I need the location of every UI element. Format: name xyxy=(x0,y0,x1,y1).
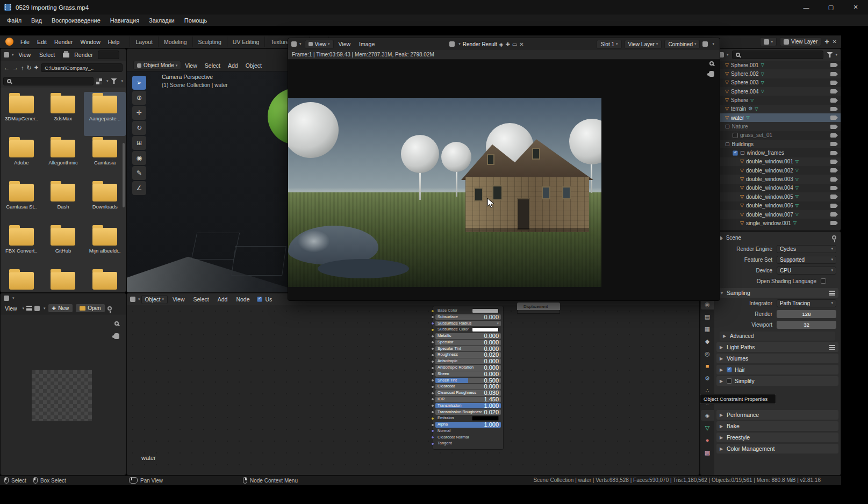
new-folder-icon[interactable]: ✚ xyxy=(34,65,39,70)
outliner-row[interactable]: ▢Nature xyxy=(715,122,841,131)
menu-playback[interactable]: Воспроизведение xyxy=(47,17,105,24)
camera-visibility-icon[interactable] xyxy=(830,160,836,164)
node-input-row[interactable]: Specular Tint0.000 xyxy=(435,346,501,352)
output-properties-tab[interactable]: ▤ xyxy=(701,311,714,322)
folder-item[interactable] xyxy=(42,268,84,293)
tab-layout[interactable]: Layout xyxy=(130,37,159,47)
volumes-panel-header[interactable]: ▶Volumes xyxy=(716,354,838,363)
folder-item[interactable]: Camtasia St.. xyxy=(1,180,42,224)
folder-item[interactable]: Mijn afbeeldi.. xyxy=(84,224,126,268)
scale-tool-button[interactable]: ⊞ xyxy=(132,136,146,150)
pan-icon[interactable] xyxy=(114,333,119,339)
material-properties-tab[interactable]: ● xyxy=(701,435,714,445)
editor-type-icon[interactable] xyxy=(130,297,135,302)
fb-render-label[interactable]: Render xyxy=(70,52,96,58)
outliner-row[interactable]: ▽Sphere.003▽ xyxy=(715,78,841,87)
ne-view-menu[interactable]: View xyxy=(169,296,189,303)
search-input[interactable] xyxy=(3,77,94,85)
scene-properties-tab[interactable]: ◆ xyxy=(701,336,714,347)
shader-type-dropdown[interactable]: Object▾ xyxy=(141,295,168,304)
image-browse-icon[interactable] xyxy=(449,41,455,47)
close-button[interactable]: ✕ xyxy=(843,0,868,15)
folder-item[interactable]: Allegorithmic xyxy=(42,136,84,180)
topbar-window[interactable]: Window xyxy=(76,39,104,45)
node-input-row[interactable]: Sheen0.000 xyxy=(435,371,501,377)
node-input-row[interactable]: Normal xyxy=(435,428,501,434)
folder-item[interactable]: 3DMapGener.. xyxy=(1,92,42,136)
menu-icon[interactable] xyxy=(26,306,32,311)
osl-checkbox[interactable] xyxy=(821,278,826,284)
simplify-panel-header[interactable]: ▶Simplify xyxy=(716,376,838,386)
open-image-button[interactable]: Open xyxy=(75,304,105,313)
tab-uv-editing[interactable]: UV Editing xyxy=(227,37,266,47)
camera-visibility-icon[interactable] xyxy=(830,81,836,85)
fb-extra-field[interactable] xyxy=(98,51,119,59)
outliner-filter-icon[interactable] xyxy=(827,52,833,57)
open-image-icon[interactable]: ▭ xyxy=(512,41,517,47)
color-management-panel-header[interactable]: ▶Color Management xyxy=(716,444,838,453)
camera-visibility-icon[interactable] xyxy=(830,204,836,208)
tab-modeling[interactable]: Modeling xyxy=(159,37,193,47)
topbar-render[interactable]: Render xyxy=(51,39,76,45)
integrator-dropdown[interactable]: Path Tracing▾ xyxy=(777,299,836,307)
blender-logo-icon[interactable] xyxy=(5,38,13,46)
editor-type-icon[interactable] xyxy=(291,41,297,47)
menu-view[interactable]: Вид xyxy=(26,17,47,24)
principled-bsdf-node[interactable]: Base Color Subsurface0.000 Subsurface Ra… xyxy=(433,306,504,450)
pin-image-icon[interactable] xyxy=(702,41,708,47)
node-input-row[interactable]: Clearcoat0.000 xyxy=(435,384,501,390)
ne-select-menu[interactable]: Select xyxy=(190,296,213,303)
filter-icon[interactable] xyxy=(111,78,117,84)
constraint-properties-tab[interactable]: ◈ xyxy=(701,410,714,421)
camera-visibility-icon[interactable] xyxy=(830,186,836,190)
topbar-help[interactable]: Help xyxy=(104,39,124,45)
outliner-row[interactable]: ▽Sphere.001▽ xyxy=(715,61,841,69)
camera-visibility-icon[interactable] xyxy=(830,116,836,120)
folder-item[interactable]: 3dsMax xyxy=(42,92,84,136)
editor-type-icon[interactable] xyxy=(4,52,9,57)
ne-add-menu[interactable]: Add xyxy=(214,296,232,303)
camera-visibility-icon[interactable] xyxy=(830,142,836,146)
folder-item[interactable] xyxy=(84,268,126,293)
remove-layer-icon[interactable]: ✕ xyxy=(833,39,837,45)
performance-panel-header[interactable]: ▶Performance xyxy=(716,410,838,420)
outliner-row[interactable]: ▽double_window.001▽ xyxy=(715,157,841,166)
panel-menu-icon[interactable] xyxy=(829,345,835,350)
camera-visibility-icon[interactable] xyxy=(830,151,836,155)
zoom-icon[interactable] xyxy=(114,321,119,326)
device-dropdown[interactable]: CPU▾ xyxy=(777,267,836,275)
light-paths-panel-header[interactable]: ▶Light Paths xyxy=(716,342,838,352)
outliner-row[interactable]: ▽single_window.001▽ xyxy=(715,219,841,227)
world-properties-tab[interactable]: ◎ xyxy=(701,348,714,359)
outliner-row[interactable]: ▢Buildings xyxy=(715,140,841,148)
topbar-edit[interactable]: Edit xyxy=(33,39,51,45)
color-swatch[interactable] xyxy=(472,308,499,313)
up-icon[interactable]: ↑ xyxy=(21,64,24,71)
zoom-icon[interactable] xyxy=(709,61,714,66)
rw-image-menu[interactable]: Image xyxy=(355,41,378,47)
select-tool-button[interactable]: ➢ xyxy=(132,76,146,90)
forward-icon[interactable]: → xyxy=(12,64,18,71)
rw-view-menu[interactable]: View xyxy=(335,41,355,47)
menu-navigation[interactable]: Навигация xyxy=(105,17,144,24)
annotate-tool-button[interactable]: ✎ xyxy=(132,166,146,180)
folder-item[interactable]: FBX Convert.. xyxy=(1,224,42,268)
outliner-row[interactable]: ▽Sphere▽ xyxy=(715,96,841,104)
node-input-row[interactable]: Specular0.000 xyxy=(435,340,501,345)
rotate-tool-button[interactable]: ↻ xyxy=(132,121,146,135)
render-samples-field[interactable]: 128 xyxy=(777,310,836,318)
pin-icon[interactable] xyxy=(107,306,112,311)
new-layer-icon[interactable]: ✚ xyxy=(824,39,829,45)
pass-dropdown[interactable]: Combined▾ xyxy=(664,40,700,49)
camera-visibility-icon[interactable] xyxy=(830,98,836,103)
new-image-icon[interactable]: ✚ xyxy=(505,41,510,47)
back-icon[interactable]: ← xyxy=(4,64,10,71)
new-image-button[interactable]: ✚New xyxy=(48,304,74,313)
minimize-button[interactable]: — xyxy=(794,0,819,15)
image-name[interactable]: Render Result xyxy=(463,41,497,47)
mode-dropdown[interactable]: Object Mode▾ xyxy=(133,61,181,70)
tab-sculpting[interactable]: Sculpting xyxy=(193,37,227,47)
camera-visibility-icon[interactable] xyxy=(830,89,836,93)
panel-menu-icon[interactable] xyxy=(829,291,835,296)
modifier-properties-tab[interactable]: ⚙ xyxy=(701,373,714,384)
